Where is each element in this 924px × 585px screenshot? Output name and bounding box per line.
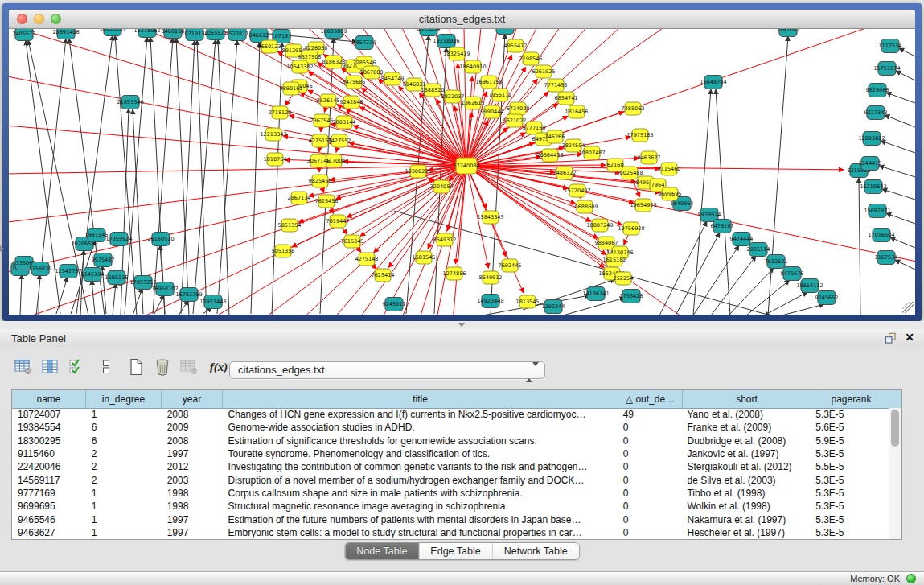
table-selector-dropdown[interactable]: citations_edges.txt <box>229 361 545 379</box>
graph-node[interactable]: 15720407 <box>564 184 590 197</box>
graph-node[interactable]: 20364436 <box>536 149 563 162</box>
graph-node[interactable]: 5051354 <box>278 219 302 232</box>
graph-node[interactable]: 8813054 <box>417 29 441 36</box>
graph-node[interactable]: 15278062 <box>133 29 160 38</box>
graph-node[interactable]: 9975487 <box>92 253 115 267</box>
graph-node[interactable]: 7771455 <box>544 79 568 92</box>
graph-node[interactable]: 6479197 <box>711 220 734 233</box>
graph-node[interactable]: 1167534 <box>875 251 898 265</box>
graph-node[interactable]: 7619447 <box>326 215 350 228</box>
graph-node[interactable]: 7625456 <box>315 195 339 208</box>
graph-node[interactable]: 1581545 <box>413 251 436 264</box>
graph-node[interactable]: 252254 <box>614 272 634 285</box>
graph-node[interactable]: 6261925 <box>532 65 556 78</box>
graph-node[interactable]: 6734028 <box>507 102 530 115</box>
graph-node[interactable]: 2867134 <box>288 192 311 204</box>
graph-node[interactable]: 9829966 <box>866 84 889 97</box>
graph-node[interactable]: 10655287 <box>99 29 125 36</box>
column-header-in_degree[interactable]: in_degree <box>86 390 162 408</box>
graph-node[interactable]: 9245011 <box>383 298 406 311</box>
graph-node[interactable]: 8454749 <box>381 72 405 85</box>
collapsed-panel-arrow-icon[interactable] <box>0 245 4 252</box>
table-settings-icon[interactable] <box>13 356 34 377</box>
graph-node[interactable]: 9463627 <box>638 151 661 164</box>
graph-node[interactable]: 7955112 <box>489 89 512 101</box>
graph-node[interactable]: 9245652 <box>815 291 839 305</box>
graph-node[interactable]: 1156839 <box>29 262 52 276</box>
graph-node[interactable]: 9890161 <box>280 82 303 95</box>
column-header-short[interactable]: short <box>683 390 811 408</box>
graph-node[interactable]: 21053346 <box>117 96 143 109</box>
splitter-handle-icon[interactable] <box>458 323 466 327</box>
graph-node[interactable]: 9242848 <box>340 96 363 109</box>
graph-node[interactable]: 1274856 <box>443 267 466 280</box>
graph-node[interactable]: 5051358 <box>272 245 295 257</box>
graph-node[interactable]: 746266 <box>545 130 565 143</box>
graph-node[interactable]: 12923448 <box>199 295 226 309</box>
graph-node[interactable]: 1244415 <box>859 157 882 171</box>
graph-node[interactable]: 7625414 <box>372 269 395 282</box>
graph-node[interactable]: 18325419 <box>443 47 470 60</box>
network-canvas[interactable]: 2405572206914061065528715278062846616010… <box>9 29 915 315</box>
graph-node[interactable]: 1733426 <box>620 290 643 303</box>
close-panel-icon[interactable]: ✕ <box>905 331 914 344</box>
tab-edge-table[interactable]: Edge Table <box>419 543 492 559</box>
table-row[interactable]: 2242004622012Investigating the contribut… <box>12 460 889 473</box>
graph-node[interactable]: 2405572 <box>13 29 36 41</box>
graph-node[interactable]: 20691406 <box>52 29 79 39</box>
graph-node[interactable]: 6854741 <box>555 92 578 105</box>
table-row[interactable]: 946362711997Embryonic stem cells: a mode… <box>12 526 889 539</box>
graph-node[interactable]: 2198546 <box>519 52 543 65</box>
graph-node[interactable]: 8813011 <box>494 29 517 35</box>
graph-node[interactable]: 8549312 <box>433 233 457 246</box>
graph-node[interactable]: 15751074 <box>873 62 900 76</box>
delete-icon[interactable] <box>152 356 173 377</box>
graph-node[interactable]: 10688609 <box>571 200 598 213</box>
graph-node[interactable]: 12093822 <box>858 132 885 146</box>
graph-node[interactable]: 2204054 <box>430 180 454 193</box>
graph-node[interactable]: 18640910 <box>459 60 486 73</box>
show-columns-icon[interactable] <box>39 356 60 377</box>
table-row[interactable]: 1938455462009Genome-wide association stu… <box>12 421 889 434</box>
graph-node[interactable]: 8549912 <box>479 271 503 284</box>
column-header-year[interactable]: year <box>162 390 223 408</box>
graph-node[interactable]: 8475685 <box>343 76 366 89</box>
graph-node[interactable]: 9115460 <box>658 163 681 175</box>
graph-node[interactable]: 1145194 <box>81 268 105 282</box>
table-row[interactable]: 946554611997Estimation of the future num… <box>12 513 889 525</box>
graph-node[interactable]: 1810754 <box>264 153 287 166</box>
graph-node[interactable]: 1527811 <box>226 29 249 41</box>
table-row[interactable]: 977716911998Corpus callosum shape and si… <box>12 487 889 500</box>
column-header-name[interactable]: name <box>12 390 86 408</box>
graph-node[interactable]: 10654112 <box>796 279 823 293</box>
tab-network-table[interactable]: Network Table <box>493 543 579 559</box>
graph-node[interactable]: 1065521 <box>204 29 228 40</box>
graph-node[interactable]: 4275148 <box>355 253 379 266</box>
graph-node[interactable]: 9825456 <box>309 175 332 187</box>
column-header-out_de[interactable]: △ out_de… <box>618 390 683 408</box>
table-row[interactable]: 911546021997Tourette syndrome. Phenomeno… <box>12 447 889 460</box>
graph-node[interactable]: 16033809 <box>320 29 347 39</box>
resize-grip[interactable] <box>902 302 914 313</box>
window-titlebar[interactable]: citations_edges.txt <box>9 10 915 29</box>
table-row[interactable]: 1830029562008Estimation of significance … <box>12 435 889 447</box>
memory-status-icon[interactable] <box>906 574 916 583</box>
graph-node[interactable]: 1615182 <box>603 253 626 266</box>
graph-node[interactable]: 15692971 <box>864 204 890 218</box>
graph-node[interactable]: 9227343 <box>864 106 888 120</box>
tab-node-table[interactable]: Node Table <box>345 543 419 559</box>
graph-node[interactable]: 2367545 <box>310 114 334 127</box>
graph-node[interactable]: 1292344 <box>542 300 565 314</box>
graph-node[interactable]: 2718120 <box>269 106 292 119</box>
column-header-pagerank[interactable]: pagerank <box>811 390 891 408</box>
graph-node[interactable]: 7632621 <box>765 255 788 269</box>
horizontal-splitter[interactable] <box>0 321 924 329</box>
graph-node[interactable]: 19654923 <box>630 199 656 212</box>
graph-node[interactable]: 14923448 <box>477 295 503 308</box>
row-height-icon[interactable] <box>96 356 117 377</box>
new-document-icon[interactable] <box>125 356 146 377</box>
graph-node[interactable]: 7857224 <box>353 36 376 50</box>
graph-node[interactable]: 7615345 <box>341 235 364 248</box>
graph-node[interactable]: 19756928 <box>618 222 644 235</box>
graph-node[interactable]: 8660123 <box>258 40 281 53</box>
